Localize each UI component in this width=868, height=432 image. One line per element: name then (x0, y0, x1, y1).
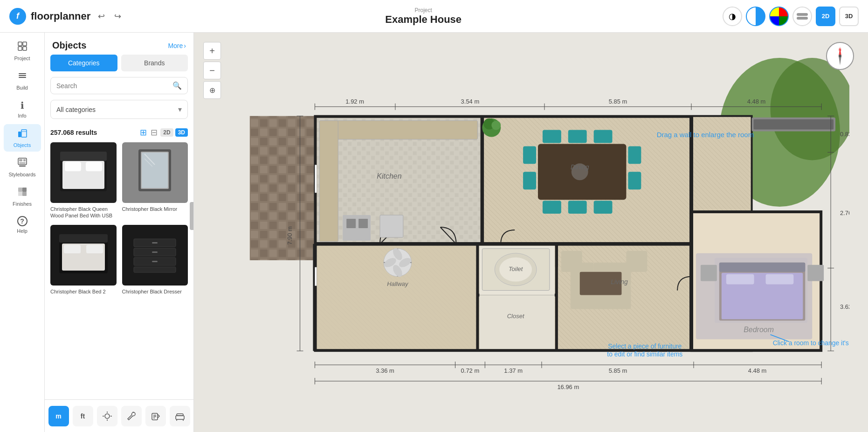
undo-button[interactable]: ↩ (95, 8, 108, 24)
panel-resize-handle[interactable] (190, 202, 193, 230)
title-area: Project Example House (385, 7, 462, 26)
svg-rect-116 (568, 201, 587, 214)
toggle-button[interactable] (792, 7, 812, 26)
svg-rect-6 (19, 75, 26, 76)
svg-rect-1 (797, 17, 808, 20)
svg-rect-103 (315, 267, 317, 286)
redo-button[interactable]: ↪ (111, 8, 124, 24)
category-dropdown[interactable]: All categories ▾ (50, 100, 188, 119)
svg-rect-3 (23, 42, 27, 46)
zoom-in-button[interactable]: + (203, 42, 221, 60)
sidebar-item-project[interactable]: Project (4, 37, 41, 65)
svg-rect-22 (60, 152, 107, 161)
measure-button[interactable] (97, 406, 117, 426)
svg-rect-54 (177, 414, 183, 416)
svg-rect-102 (315, 165, 317, 193)
sidebar-item-build[interactable]: Build (4, 67, 41, 94)
svg-rect-89 (479, 295, 555, 349)
center-button[interactable]: ⊕ (203, 81, 221, 99)
svg-text:Bedroom: Bedroom (744, 326, 774, 334)
grid-large-icon[interactable]: ⊞ (139, 126, 148, 139)
objects-panel: Objects More › Categories Brands 🔍 All c… (45, 33, 194, 399)
product-name: Christopher Black Queen Wood Panel Bed W… (50, 206, 117, 219)
grid-medium-icon[interactable]: ⊟ (150, 126, 158, 139)
svg-rect-94 (315, 116, 317, 351)
svg-text:4.48 m: 4.48 m (748, 367, 767, 374)
svg-text:2.76 m: 2.76 m (840, 209, 849, 216)
contrast-button[interactable]: ◑ (723, 7, 742, 26)
view-controls: ◑ 2D 3D (723, 7, 859, 26)
svg-text:16.96 m: 16.96 m (557, 383, 579, 390)
product-name: Christopher Black Dresser (122, 288, 188, 295)
results-header: 257.068 results ⊞ ⊟ 2D 3D (45, 125, 193, 142)
product-image (50, 142, 117, 203)
zoom-out-button[interactable]: − (203, 62, 221, 79)
svg-point-44 (105, 414, 110, 418)
imperial-button[interactable]: ft (73, 406, 93, 426)
topbar: f floorplanner ↩ ↪ Project Example House… (0, 0, 868, 33)
svg-rect-28 (142, 153, 168, 188)
svg-rect-119 (523, 172, 536, 189)
svg-rect-120 (628, 146, 641, 164)
svg-text:to edit or find similar items: to edit or find similar items (607, 350, 682, 358)
svg-rect-104 (319, 121, 477, 139)
2d-badge[interactable]: 2D (160, 128, 173, 137)
product-card[interactable]: Christopher Black Dresser (122, 225, 188, 295)
svg-rect-25 (86, 162, 102, 171)
sidebar-item-info[interactable]: ℹ Info (4, 96, 41, 122)
svg-rect-112 (543, 130, 561, 143)
svg-rect-115 (543, 201, 561, 214)
metric-button[interactable]: m (48, 406, 69, 426)
project-icon (17, 41, 28, 54)
sidebar-item-help[interactable]: ? Help (4, 212, 41, 237)
help-icon: ? (17, 216, 28, 226)
search-box: 🔍 (50, 77, 188, 94)
compass: N (826, 42, 854, 70)
svg-rect-8 (19, 77, 26, 78)
svg-rect-19 (18, 192, 22, 196)
sidebar-project-label: Project (14, 56, 30, 61)
svg-rect-13 (19, 159, 22, 161)
product-card[interactable]: Christopher Black Bed 2 (50, 225, 117, 295)
more-link[interactable]: More › (168, 42, 186, 49)
product-card[interactable]: Christopher Black Mirror (122, 142, 188, 219)
sidebar-styleboards-label: Styleboards (8, 172, 35, 177)
svg-rect-114 (594, 130, 613, 143)
mode-3d-button[interactable]: 3D (839, 7, 859, 26)
furniture-button[interactable] (170, 406, 190, 426)
wrench-button[interactable] (121, 406, 142, 426)
logo-text: floorplanner (31, 10, 90, 22)
canvas-area[interactable]: + − ⊕ N (194, 33, 868, 432)
info-tag-button[interactable] (145, 406, 166, 426)
sidebar-item-finishes[interactable]: Finishes (4, 183, 41, 210)
search-input[interactable] (56, 82, 169, 90)
svg-text:3.62 m: 3.62 m (840, 303, 849, 310)
finishes-icon (17, 187, 28, 199)
color-half-button[interactable] (746, 7, 765, 26)
products-grid: Christopher Black Queen Wood Panel Bed W… (45, 142, 193, 300)
tab-brands[interactable]: Brands (121, 55, 188, 71)
palette-button[interactable] (769, 7, 789, 26)
3d-badge[interactable]: 3D (175, 128, 188, 137)
svg-rect-96 (315, 349, 821, 351)
sidebar-objects-label: Objects (14, 142, 31, 148)
svg-rect-53 (176, 416, 184, 419)
product-card[interactable]: Christopher Black Queen Wood Panel Bed W… (50, 142, 117, 219)
mode-2d-button[interactable]: 2D (816, 7, 835, 26)
svg-text:5.85 m: 5.85 m (609, 367, 627, 374)
chevron-down-icon: ▾ (178, 105, 182, 114)
svg-point-160 (491, 121, 501, 130)
svg-rect-107 (346, 219, 356, 228)
tab-categories[interactable]: Categories (50, 55, 117, 71)
sidebar-item-objects[interactable]: Objects (4, 124, 41, 152)
svg-text:1.92 m: 1.92 m (345, 98, 364, 105)
svg-rect-105 (319, 121, 338, 242)
sidebar-item-styleboards[interactable]: Styleboards (4, 153, 41, 181)
svg-rect-109 (380, 215, 403, 237)
floorplan-svg[interactable]: Kitchen Dining Hallway Toilet (222, 33, 849, 409)
svg-rect-34 (64, 245, 81, 253)
svg-rect-118 (523, 146, 536, 164)
svg-rect-143 (561, 251, 582, 272)
svg-rect-40 (134, 267, 176, 272)
styleboards-icon (17, 157, 28, 170)
